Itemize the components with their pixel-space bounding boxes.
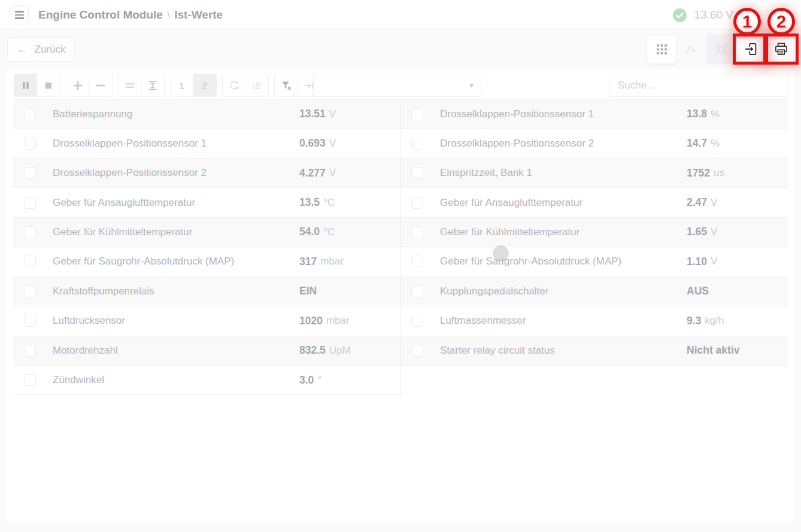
parameter-label: Starter relay circuit status — [440, 345, 555, 357]
value-number: 1752 — [687, 167, 710, 180]
value-unit: V — [329, 167, 336, 179]
row-checkbox[interactable] — [24, 108, 36, 120]
parameter-value: Nicht aktiv — [687, 336, 744, 365]
hamburger-menu-button[interactable] — [10, 5, 29, 25]
parameter-label: Drosselklappen-Positionssensor 1 — [53, 138, 207, 150]
pause-button[interactable] — [14, 74, 37, 97]
cursor-indicator — [493, 245, 509, 262]
stop-button[interactable] — [37, 74, 60, 97]
clear-filter-button[interactable] — [274, 74, 298, 97]
table-row: Geber für Kühlmitteltemperatur 54.0°C — [13, 218, 400, 247]
row-checkbox[interactable] — [411, 256, 423, 267]
columns-one-label: 1 — [179, 80, 184, 90]
value-number: 13.5 — [299, 196, 320, 209]
value-number: AUS — [687, 285, 709, 297]
status-check-icon — [673, 8, 687, 22]
table-row: Drosselklappen-Positionssensor 2 4.277V — [13, 159, 400, 188]
stop-icon — [42, 79, 55, 92]
parameter-label: Einspritzzeit, Bank 1 — [440, 167, 532, 179]
parameter-column-right: Drosselklappen-Positionssensor 1 13.8% D… — [400, 99, 788, 366]
parameter-value: EIN — [299, 277, 320, 306]
parameter-value: 4.277V — [299, 159, 336, 187]
row-checkbox[interactable] — [411, 285, 423, 297]
row-checkbox[interactable] — [24, 138, 36, 150]
parameter-label: Geber für Saugrohr-Absolutdruck (MAP) — [440, 256, 621, 267]
back-button[interactable]: ← Zurück — [7, 37, 75, 62]
parameter-label: Geber für Saugrohr-Absolutdruck (MAP) — [53, 256, 234, 267]
parameter-label: Zündwinkel — [53, 374, 104, 386]
reset-values-button[interactable] — [222, 74, 245, 97]
parameter-label: Kraftstoffpumpenrelais — [53, 285, 154, 297]
value-unit: mbar — [326, 315, 350, 327]
row-checkbox[interactable] — [411, 138, 423, 150]
value-unit: UpM — [329, 345, 351, 357]
value-number: Nicht aktiv — [687, 344, 740, 357]
table-row: Geber für Kühlmitteltemperatur 1.65V — [400, 218, 788, 247]
smoothing-button[interactable] — [118, 74, 141, 97]
line-chart-icon — [684, 42, 699, 56]
row-checkbox[interactable] — [411, 108, 423, 120]
row-checkbox[interactable] — [24, 256, 36, 267]
table-row: Luftdrucksensor 1020mbar — [13, 306, 400, 336]
value-number: 9.3 — [687, 315, 701, 327]
pause-icon — [19, 79, 32, 92]
frame-view-button[interactable] — [706, 34, 736, 64]
table-row: Geber für Ansauglufttemperatur 13.5°C — [13, 188, 400, 217]
parameter-value: 13.5°C — [299, 188, 335, 217]
autoscale-button[interactable] — [141, 74, 165, 97]
value-number: EIN — [299, 285, 317, 297]
row-checkbox[interactable] — [24, 226, 36, 238]
value-number: 2.47 — [687, 196, 707, 209]
value-number: 1.10 — [687, 256, 707, 268]
value-unit: % — [711, 138, 720, 150]
breadcrumb-separator: \ — [167, 8, 170, 22]
value-number: 0.693 — [299, 137, 326, 150]
breadcrumb-module[interactable]: Engine Control Module — [38, 8, 163, 22]
add-parameter-button[interactable] — [66, 74, 89, 97]
row-checkbox[interactable] — [411, 226, 423, 238]
row-checkbox[interactable] — [24, 197, 36, 209]
row-checkbox[interactable] — [411, 197, 423, 209]
grid-view-button[interactable] — [647, 34, 676, 64]
parameter-label: Motordrehzahl — [53, 345, 118, 357]
parameter-value: 832.5UpM — [299, 336, 351, 365]
hamburger-icon — [15, 11, 24, 12]
parameter-group-select[interactable]: ▾ — [313, 74, 481, 97]
columns-one-button[interactable]: 1 — [170, 74, 193, 97]
value-unit: V — [711, 197, 717, 209]
value-unit: V — [711, 226, 717, 238]
live-values-panel: 1 2 — [6, 69, 795, 522]
annotation-step-1-badge: 1 — [733, 8, 761, 35]
table-row: Luftmassenmesser 9.3kg/h — [400, 306, 788, 336]
table-row: Starter relay circuit status Nicht aktiv — [400, 336, 788, 366]
search-input[interactable] — [609, 74, 788, 97]
list-button[interactable] — [245, 74, 269, 97]
chart-view-button[interactable] — [676, 34, 706, 64]
parameter-column-left: Batteriespannung 13.51V Drosselklappen-P… — [13, 99, 400, 395]
row-checkbox[interactable] — [24, 315, 36, 327]
row-checkbox[interactable] — [24, 374, 36, 386]
plus-icon — [71, 79, 84, 92]
value-unit: V — [711, 256, 717, 267]
parameter-value: 1752us — [687, 159, 724, 187]
row-checkbox[interactable] — [411, 345, 423, 357]
value-unit: mbar — [320, 256, 344, 267]
row-checkbox[interactable] — [411, 315, 423, 327]
columns-two-button[interactable]: 2 — [193, 74, 217, 97]
table-row: Batteriespannung 13.51V — [13, 99, 400, 129]
minus-icon — [94, 79, 107, 92]
row-checkbox[interactable] — [411, 167, 423, 179]
parameter-label: Drosselklappen-Positionssensor 2 — [53, 167, 207, 179]
value-unit: kg/h — [705, 315, 724, 327]
top-header: Engine Control Module \ Ist-Werte 13.60 … — [0, 0, 801, 30]
row-checkbox[interactable] — [24, 167, 36, 179]
value-number: 14.7 — [687, 137, 707, 150]
annotation-box-print — [765, 34, 799, 65]
value-unit: V — [329, 108, 336, 120]
value-number: 3.0 — [299, 374, 314, 387]
row-checkbox[interactable] — [24, 285, 36, 297]
row-checkbox[interactable] — [24, 345, 36, 357]
parameter-label: Luftdrucksensor — [53, 315, 125, 327]
parameter-value: 14.7% — [687, 129, 720, 157]
remove-parameter-button[interactable] — [89, 74, 113, 97]
